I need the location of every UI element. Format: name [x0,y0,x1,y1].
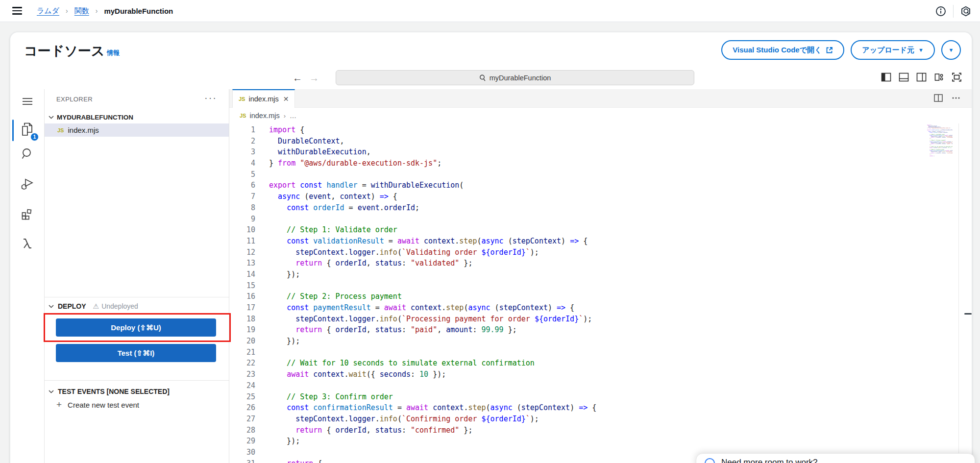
test-events-section-header[interactable]: TEST EVENTS [NONE SELECTED] [45,385,229,398]
tab-indexmjs[interactable]: JS index.mjs ✕ [232,89,295,108]
tree-file-indexmjs[interactable]: JS index.mjs [45,123,229,137]
code-line-10[interactable]: 10 // Step 1: Validate order [229,224,972,236]
search-icon [479,74,486,81]
editor-breadcrumb[interactable]: JS index.mjs › … [229,108,972,123]
run-debug-icon[interactable] [10,174,45,194]
close-tab-icon[interactable]: ✕ [283,95,289,103]
command-center-search[interactable]: myDurableFunction [336,70,694,85]
code-line-28[interactable]: 28 return { orderId, status: "confirmed"… [229,425,972,436]
code-line-11[interactable]: 11 const validationResult = await contex… [229,236,972,247]
code-line-16[interactable]: 16 // Step 2: Process payment [229,291,972,302]
line-number: 3 [229,146,255,158]
code-line-12[interactable]: 12 stepContext.logger.info(`Validating o… [229,247,972,258]
tree-folder-mydurablefunction[interactable]: MYDURABLEFUNCTION [45,111,229,123]
line-number: 10 [229,224,255,236]
aws-lambda-icon[interactable] [10,234,45,253]
cloudshell-icon[interactable] [960,6,971,17]
code-line-4[interactable]: 4} from "@aws/durable-execution-sdk-js"; [229,158,972,169]
code-line-26[interactable]: 26 const confirmationResult = await cont… [229,402,972,414]
code-line-29[interactable]: 29 }); [229,436,972,447]
code-line-19[interactable]: 19 return { orderId, status: "paid", amo… [229,324,972,336]
code-line-8[interactable]: 8 const orderId = event.orderId; [229,202,972,214]
minimap[interactable]: import { DurableContext, withDurableExec… [927,124,953,158]
deploy-section-header[interactable]: DEPLOY ⚠ Undeployed [45,300,229,313]
code-line-23[interactable]: 23 await context.wait({ seconds: 10 }); [229,369,972,380]
code-line-15[interactable]: 15 [229,280,972,292]
code-line-6[interactable]: 6export const handler = withDurableExecu… [229,180,972,191]
code-line-17[interactable]: 17 const paymentResult = await context.s… [229,302,972,314]
divider [953,5,954,18]
toggle-secondary-sidebar-icon[interactable] [916,72,927,82]
lambda-console-page: { "topnav": { "breadcrumb": [ { "label":… [0,0,980,463]
line-number: 1 [229,124,255,136]
code-line-25[interactable]: 25 // Step 3: Confirm order [229,391,972,403]
line-number: 17 [229,302,255,314]
code-line-18[interactable]: 18 stepContext.logger.info(`Processing p… [229,314,972,325]
line-number: 16 [229,291,255,302]
code-line-21[interactable]: 21 [229,347,972,358]
divider [45,297,229,297]
line-number: 27 [229,414,255,425]
forward-button[interactable]: → [308,72,320,84]
upload-from-button[interactable]: アップロード元 ▼ [851,40,935,60]
line-number: 5 [229,169,255,180]
open-vscode-button[interactable]: Visual Studio Codeで開く [721,40,844,60]
customize-layout-icon[interactable] [934,72,944,82]
line-number: 20 [229,336,255,347]
deploy-button[interactable]: Deploy (⇧⌘U) [56,318,216,337]
breadcrumb: ラムダ › 関数 › myDurableFunction [37,6,173,16]
line-number: 14 [229,269,255,280]
create-test-event-button[interactable]: + Create new test event [56,398,139,411]
chevron-down-icon [49,116,54,119]
nav-menu-icon[interactable] [12,7,22,15]
line-number: 18 [229,314,255,325]
code-line-24[interactable]: 24 [229,380,972,391]
code-line-13[interactable]: 13 return { orderId, status: "validated"… [229,258,972,269]
search-icon[interactable] [10,144,45,164]
code-line-22[interactable]: 22 // Wait for 10 seconds to simulate ex… [229,358,972,369]
more-actions-button[interactable]: ▼ [941,40,961,60]
code-line-27[interactable]: 27 stepContext.logger.info(`Confirming o… [229,414,972,425]
resize-handle[interactable] [964,313,972,315]
code-line-20[interactable]: 20 }); [229,336,972,347]
toggle-primary-sidebar-icon[interactable] [881,72,891,82]
code-line-14[interactable]: 14 }); [229,269,972,280]
code-line-1[interactable]: 1import { [229,124,972,136]
code-editor[interactable]: 1import {2 DurableContext,3 withDurableE… [229,123,972,463]
line-number: 19 [229,324,255,336]
code-line-2[interactable]: 2 DurableContext, [229,136,972,147]
code-line-4: } from "@aws/durable-execution-sdk-js"; [927,127,953,128]
line-number: 11 [229,236,255,247]
breadcrumb-functions[interactable]: 関数 [74,6,89,16]
fullscreen-icon[interactable] [952,72,962,82]
code-line-5[interactable]: 5 [229,169,972,180]
split-editor-icon[interactable] [933,93,943,103]
line-number: 4 [229,158,255,169]
line-number: 30 [229,447,255,458]
line-number: 22 [229,358,255,369]
chevron-right-icon: › [96,7,98,15]
undeployed-status: ⚠ Undeployed [93,302,138,310]
explorer-more-actions[interactable]: ··· [204,92,217,103]
editor-more-actions-icon[interactable] [951,93,961,103]
toast-text: Need more room to work? [721,458,818,463]
extensions-icon[interactable] [10,204,45,224]
toggle-panel-icon[interactable] [899,72,909,82]
code-line-31: return { [927,155,953,156]
line-number: 23 [229,369,255,380]
back-button[interactable]: ← [292,72,303,84]
info-link[interactable]: 情報 [107,49,120,57]
menu-icon[interactable] [10,92,45,111]
explorer-icon[interactable]: 1 [10,120,45,139]
javascript-file-icon: JS [239,96,245,102]
chevron-right-icon: › [66,7,68,15]
code-line-7[interactable]: 7 async (event, context) => { [229,191,972,202]
code-line-3[interactable]: 3 withDurableExecution, [229,146,972,158]
info-icon[interactable] [935,6,946,17]
breadcrumb-lambda[interactable]: ラムダ [37,6,59,16]
editor-workbench: 1 EXPLORER ··· [10,89,972,463]
test-button[interactable]: Test (⇧⌘I) [56,344,216,362]
code-line-9[interactable]: 9 [229,214,972,225]
tab-strip: JS index.mjs ✕ [229,89,972,108]
bottom-toast[interactable]: Need more room to work? [696,453,975,463]
